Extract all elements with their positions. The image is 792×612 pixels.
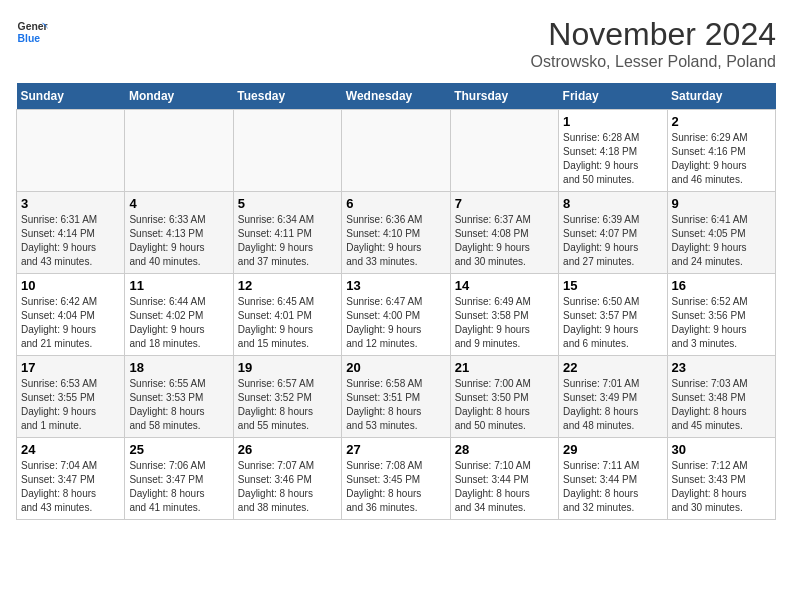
day-info: Sunrise: 6:57 AMSunset: 3:52 PMDaylight:… (238, 377, 337, 433)
header: General Blue November 2024 Ostrowsko, Le… (16, 16, 776, 71)
day-info: Sunrise: 7:11 AMSunset: 3:44 PMDaylight:… (563, 459, 662, 515)
svg-text:General: General (18, 21, 48, 32)
day-number: 13 (346, 278, 445, 293)
day-info: Sunrise: 7:07 AMSunset: 3:46 PMDaylight:… (238, 459, 337, 515)
day-info: Sunrise: 6:53 AMSunset: 3:55 PMDaylight:… (21, 377, 120, 433)
day-info: Sunrise: 6:44 AMSunset: 4:02 PMDaylight:… (129, 295, 228, 351)
calendar-cell: 1Sunrise: 6:28 AMSunset: 4:18 PMDaylight… (559, 110, 667, 192)
calendar-table: SundayMondayTuesdayWednesdayThursdayFrid… (16, 83, 776, 520)
day-info: Sunrise: 6:55 AMSunset: 3:53 PMDaylight:… (129, 377, 228, 433)
day-info: Sunrise: 6:42 AMSunset: 4:04 PMDaylight:… (21, 295, 120, 351)
day-info: Sunrise: 6:28 AMSunset: 4:18 PMDaylight:… (563, 131, 662, 187)
day-info: Sunrise: 7:00 AMSunset: 3:50 PMDaylight:… (455, 377, 554, 433)
calendar-cell: 4Sunrise: 6:33 AMSunset: 4:13 PMDaylight… (125, 192, 233, 274)
calendar-cell: 10Sunrise: 6:42 AMSunset: 4:04 PMDayligh… (17, 274, 125, 356)
calendar-cell (450, 110, 558, 192)
day-info: Sunrise: 7:08 AMSunset: 3:45 PMDaylight:… (346, 459, 445, 515)
weekday-header-wednesday: Wednesday (342, 83, 450, 110)
weekday-header-row: SundayMondayTuesdayWednesdayThursdayFrid… (17, 83, 776, 110)
day-number: 28 (455, 442, 554, 457)
day-info: Sunrise: 6:50 AMSunset: 3:57 PMDaylight:… (563, 295, 662, 351)
day-info: Sunrise: 6:37 AMSunset: 4:08 PMDaylight:… (455, 213, 554, 269)
day-info: Sunrise: 6:36 AMSunset: 4:10 PMDaylight:… (346, 213, 445, 269)
title-block: November 2024 Ostrowsko, Lesser Poland, … (531, 16, 776, 71)
day-number: 25 (129, 442, 228, 457)
calendar-cell: 19Sunrise: 6:57 AMSunset: 3:52 PMDayligh… (233, 356, 341, 438)
calendar-cell (233, 110, 341, 192)
weekday-header-friday: Friday (559, 83, 667, 110)
day-number: 26 (238, 442, 337, 457)
day-number: 27 (346, 442, 445, 457)
day-number: 8 (563, 196, 662, 211)
calendar-cell: 29Sunrise: 7:11 AMSunset: 3:44 PMDayligh… (559, 438, 667, 520)
weekday-header-thursday: Thursday (450, 83, 558, 110)
calendar-cell: 16Sunrise: 6:52 AMSunset: 3:56 PMDayligh… (667, 274, 775, 356)
calendar-cell: 6Sunrise: 6:36 AMSunset: 4:10 PMDaylight… (342, 192, 450, 274)
day-info: Sunrise: 7:01 AMSunset: 3:49 PMDaylight:… (563, 377, 662, 433)
calendar-week-1: 1Sunrise: 6:28 AMSunset: 4:18 PMDaylight… (17, 110, 776, 192)
day-number: 7 (455, 196, 554, 211)
day-number: 19 (238, 360, 337, 375)
day-number: 21 (455, 360, 554, 375)
day-number: 29 (563, 442, 662, 457)
day-number: 6 (346, 196, 445, 211)
calendar-cell (125, 110, 233, 192)
calendar-cell: 21Sunrise: 7:00 AMSunset: 3:50 PMDayligh… (450, 356, 558, 438)
calendar-cell: 18Sunrise: 6:55 AMSunset: 3:53 PMDayligh… (125, 356, 233, 438)
calendar-cell: 12Sunrise: 6:45 AMSunset: 4:01 PMDayligh… (233, 274, 341, 356)
location-subtitle: Ostrowsko, Lesser Poland, Poland (531, 53, 776, 71)
day-number: 18 (129, 360, 228, 375)
calendar-cell: 20Sunrise: 6:58 AMSunset: 3:51 PMDayligh… (342, 356, 450, 438)
calendar-week-2: 3Sunrise: 6:31 AMSunset: 4:14 PMDaylight… (17, 192, 776, 274)
day-number: 23 (672, 360, 771, 375)
calendar-cell: 27Sunrise: 7:08 AMSunset: 3:45 PMDayligh… (342, 438, 450, 520)
calendar-cell: 26Sunrise: 7:07 AMSunset: 3:46 PMDayligh… (233, 438, 341, 520)
day-info: Sunrise: 6:33 AMSunset: 4:13 PMDaylight:… (129, 213, 228, 269)
calendar-cell: 15Sunrise: 6:50 AMSunset: 3:57 PMDayligh… (559, 274, 667, 356)
weekday-header-sunday: Sunday (17, 83, 125, 110)
day-number: 3 (21, 196, 120, 211)
calendar-cell: 25Sunrise: 7:06 AMSunset: 3:47 PMDayligh… (125, 438, 233, 520)
month-title: November 2024 (531, 16, 776, 53)
calendar-cell: 14Sunrise: 6:49 AMSunset: 3:58 PMDayligh… (450, 274, 558, 356)
calendar-cell: 23Sunrise: 7:03 AMSunset: 3:48 PMDayligh… (667, 356, 775, 438)
day-number: 2 (672, 114, 771, 129)
weekday-header-monday: Monday (125, 83, 233, 110)
day-info: Sunrise: 6:29 AMSunset: 4:16 PMDaylight:… (672, 131, 771, 187)
calendar-cell: 8Sunrise: 6:39 AMSunset: 4:07 PMDaylight… (559, 192, 667, 274)
calendar-cell: 2Sunrise: 6:29 AMSunset: 4:16 PMDaylight… (667, 110, 775, 192)
calendar-cell: 24Sunrise: 7:04 AMSunset: 3:47 PMDayligh… (17, 438, 125, 520)
day-number: 14 (455, 278, 554, 293)
calendar-cell: 13Sunrise: 6:47 AMSunset: 4:00 PMDayligh… (342, 274, 450, 356)
weekday-header-saturday: Saturday (667, 83, 775, 110)
day-number: 24 (21, 442, 120, 457)
calendar-cell: 28Sunrise: 7:10 AMSunset: 3:44 PMDayligh… (450, 438, 558, 520)
day-number: 12 (238, 278, 337, 293)
day-info: Sunrise: 7:12 AMSunset: 3:43 PMDaylight:… (672, 459, 771, 515)
day-info: Sunrise: 6:31 AMSunset: 4:14 PMDaylight:… (21, 213, 120, 269)
day-info: Sunrise: 6:41 AMSunset: 4:05 PMDaylight:… (672, 213, 771, 269)
day-number: 9 (672, 196, 771, 211)
day-info: Sunrise: 6:45 AMSunset: 4:01 PMDaylight:… (238, 295, 337, 351)
day-number: 30 (672, 442, 771, 457)
svg-text:Blue: Blue (18, 33, 41, 44)
day-number: 22 (563, 360, 662, 375)
calendar-cell: 11Sunrise: 6:44 AMSunset: 4:02 PMDayligh… (125, 274, 233, 356)
day-number: 17 (21, 360, 120, 375)
day-number: 15 (563, 278, 662, 293)
day-number: 10 (21, 278, 120, 293)
calendar-cell: 22Sunrise: 7:01 AMSunset: 3:49 PMDayligh… (559, 356, 667, 438)
day-info: Sunrise: 6:58 AMSunset: 3:51 PMDaylight:… (346, 377, 445, 433)
calendar-cell: 9Sunrise: 6:41 AMSunset: 4:05 PMDaylight… (667, 192, 775, 274)
weekday-header-tuesday: Tuesday (233, 83, 341, 110)
calendar-cell: 30Sunrise: 7:12 AMSunset: 3:43 PMDayligh… (667, 438, 775, 520)
logo-icon: General Blue (16, 16, 48, 48)
calendar-week-5: 24Sunrise: 7:04 AMSunset: 3:47 PMDayligh… (17, 438, 776, 520)
calendar-cell: 7Sunrise: 6:37 AMSunset: 4:08 PMDaylight… (450, 192, 558, 274)
day-info: Sunrise: 7:10 AMSunset: 3:44 PMDaylight:… (455, 459, 554, 515)
calendar-week-4: 17Sunrise: 6:53 AMSunset: 3:55 PMDayligh… (17, 356, 776, 438)
day-number: 1 (563, 114, 662, 129)
day-info: Sunrise: 6:39 AMSunset: 4:07 PMDaylight:… (563, 213, 662, 269)
day-number: 16 (672, 278, 771, 293)
calendar-week-3: 10Sunrise: 6:42 AMSunset: 4:04 PMDayligh… (17, 274, 776, 356)
